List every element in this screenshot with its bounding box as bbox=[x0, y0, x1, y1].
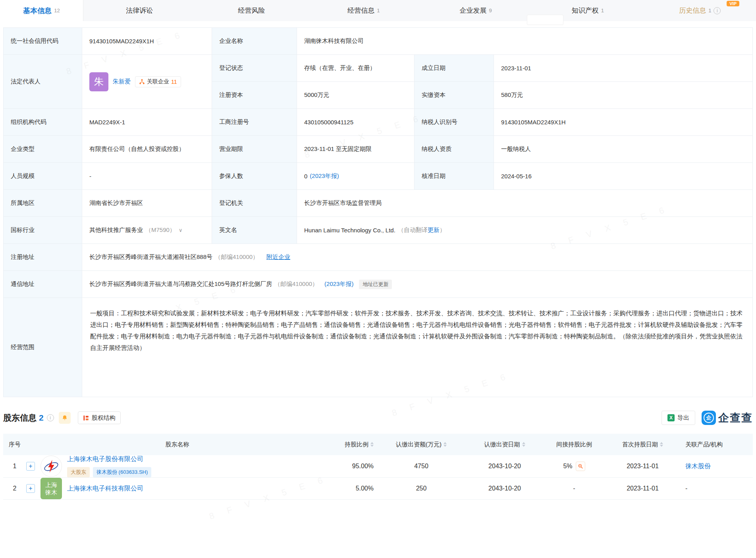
uscc-label: 统一社会信用代码 bbox=[4, 28, 82, 55]
subscribe-bell-button[interactable] bbox=[59, 412, 71, 424]
col-header-ratio: 持股比例 bbox=[314, 434, 374, 455]
company-type-value: 有限责任公司（自然人投资或控股） bbox=[82, 136, 212, 163]
amount-cell: 4750 bbox=[374, 455, 469, 478]
legal-rep-label: 法定代表人 bbox=[4, 55, 82, 109]
reg-address-cell: 长沙市开福区秀峰街道开福大道湘荷社区888号 （邮编410000） 附近企业 bbox=[82, 244, 753, 271]
tab-count: 12 bbox=[54, 8, 60, 14]
tab-label: 知识产权 bbox=[572, 6, 599, 15]
shareholder-row-index: 2 bbox=[3, 478, 26, 500]
shareholders-count: 2 bbox=[39, 413, 44, 423]
paid-capital-label: 实缴资本 bbox=[415, 82, 494, 109]
insured-value: 0 bbox=[304, 173, 307, 180]
lightning-logo-icon bbox=[42, 458, 60, 475]
legal-rep-name-link[interactable]: 朱新爱 bbox=[113, 78, 131, 85]
est-date-label: 成立日期 bbox=[415, 55, 494, 82]
org-code-label: 组织机构代码 bbox=[4, 109, 82, 136]
related-companies-button[interactable]: 关联企业 11 bbox=[135, 76, 181, 87]
shareholder-row-index: 1 bbox=[3, 455, 26, 478]
avatar-text-line1: 上海 bbox=[45, 481, 57, 488]
org-code-value: MAD2249X-1 bbox=[82, 109, 212, 136]
col-header-date: 认缴出资日期 bbox=[469, 434, 540, 455]
comm-address-cell: 长沙市开福区秀峰街道开福大道与冯蔡路交汇处105号路灯杆北侧厂房 （邮编4100… bbox=[82, 271, 753, 298]
equity-structure-button[interactable]: 股权结构 bbox=[78, 411, 121, 424]
sort-icon[interactable] bbox=[522, 442, 525, 447]
tab-label: 历史信息 bbox=[679, 6, 706, 15]
expand-plus-button[interactable]: + bbox=[26, 462, 35, 471]
tab-legal-litigation[interactable]: 法律诉讼 bbox=[83, 0, 195, 21]
reg-capital-label: 注册资本 bbox=[212, 82, 297, 109]
insured-annual-report-link[interactable]: (2023年报) bbox=[310, 172, 339, 180]
expand-cell: + bbox=[26, 455, 40, 478]
reg-no-label: 工商注册号 bbox=[212, 109, 297, 136]
sort-icon[interactable] bbox=[444, 442, 447, 447]
excel-icon: X bbox=[667, 414, 675, 421]
col-header-amount-label: 认缴出资额(万元) bbox=[396, 441, 442, 448]
tab-operating-info[interactable]: 经营信息 1 bbox=[308, 0, 420, 21]
bell-icon bbox=[62, 415, 68, 421]
tab-company-development[interactable]: 企业发展 9 bbox=[420, 0, 532, 21]
ratio-cell: 95.00% bbox=[314, 455, 374, 478]
company-name-value: 湖南徕木科技有限公司 bbox=[297, 28, 753, 55]
info-icon[interactable]: i bbox=[714, 7, 721, 14]
shareholder-name-link[interactable]: 上海徕木电子科技有限公司 bbox=[67, 485, 143, 493]
address-updated-badge: 地址已更新 bbox=[359, 280, 392, 289]
company-type-label: 企业类型 bbox=[4, 136, 82, 163]
shareholders-header: 股东信息 2 i 股权结构 X 导出 企 企查查 bbox=[3, 411, 753, 425]
tab-operating-risk[interactable]: 经营风险 bbox=[195, 0, 307, 21]
tab-basic-info[interactable]: 基本信息 12 bbox=[0, 0, 83, 21]
related-product-link[interactable]: 徕木股份 bbox=[685, 462, 711, 471]
reg-capital-value: 5000万元 bbox=[297, 82, 415, 109]
region-label: 所属地区 bbox=[4, 190, 82, 217]
related-product-cell: 徕木股份 bbox=[677, 455, 753, 478]
equity-structure-label: 股权结构 bbox=[92, 414, 116, 422]
reg-status-value: 存续（在营、开业、在册） bbox=[297, 55, 415, 82]
tab-history-info[interactable]: VIP 历史信息 1 i bbox=[644, 0, 756, 21]
company-profile-page: 8 F V X 5 E 6 8 F V X 5 E 6 8 F V X 5 E … bbox=[0, 0, 756, 558]
equity-penetration-icon[interactable] bbox=[576, 461, 585, 471]
reg-address-label: 注册地址 bbox=[4, 244, 82, 271]
col-header-index: 序号 bbox=[3, 434, 26, 455]
related-companies-label: 关联企业 bbox=[147, 78, 169, 85]
floating-box bbox=[527, 15, 563, 25]
info-icon[interactable]: i bbox=[47, 414, 54, 421]
comm-annual-report-link[interactable]: (2023年报) bbox=[324, 280, 353, 288]
export-button[interactable]: X 导出 bbox=[662, 411, 695, 425]
staff-size-value: - bbox=[82, 163, 212, 190]
taxpayer-id-value: 91430105MAD2249X1H bbox=[494, 109, 753, 136]
translate-update-link[interactable]: 更新 bbox=[428, 226, 440, 234]
col-header-related: 关联产品/机构 bbox=[677, 434, 753, 455]
stock-code-badge[interactable]: 徕木股份 (603633.SH) bbox=[93, 467, 151, 477]
qichacha-logo-glyph: 企 bbox=[704, 413, 714, 423]
legal-rep-cell: 朱 朱新爱 关联企业 11 bbox=[82, 55, 212, 109]
reg-address-zip: （邮编410000） bbox=[215, 253, 258, 261]
sort-icon[interactable] bbox=[660, 442, 663, 447]
industry-label: 国标行业 bbox=[4, 217, 82, 244]
reg-address-value: 长沙市开福区秀峰街道开福大道湘荷社区888号 bbox=[89, 253, 212, 261]
tab-count: 1 bbox=[708, 8, 711, 14]
org-chart-icon bbox=[83, 415, 89, 421]
org-network-icon bbox=[139, 79, 145, 85]
comm-address-value: 长沙市开福区秀峰街道开福大道与冯蔡路交汇处105号路灯杆北侧厂房 bbox=[89, 280, 272, 288]
company-name-label: 企业名称 bbox=[212, 28, 297, 55]
english-name-label: 英文名 bbox=[212, 217, 297, 244]
subscribe-date-cell: 2043-10-20 bbox=[469, 478, 540, 500]
taxpayer-id-label: 纳税人识别号 bbox=[415, 109, 494, 136]
tab-label: 经营风险 bbox=[238, 6, 265, 15]
legal-rep-avatar[interactable]: 朱 bbox=[89, 72, 108, 91]
indirect-ratio-value: 5% bbox=[563, 463, 572, 470]
col-header-date-label: 认缴出资日期 bbox=[484, 441, 520, 448]
tab-count: 1 bbox=[601, 8, 604, 14]
shareholder-name-link[interactable]: 上海徕木电子股份有限公司 bbox=[67, 455, 151, 463]
expand-plus-button[interactable]: + bbox=[26, 484, 35, 493]
sort-icon[interactable] bbox=[370, 442, 374, 447]
related-companies-count: 11 bbox=[171, 79, 177, 85]
qichacha-logo-text: 企查查 bbox=[718, 411, 753, 425]
col-header-name: 股东名称 bbox=[40, 434, 314, 455]
col-header-indirect: 间接持股比例 bbox=[540, 434, 608, 455]
region-value: 湖南省长沙市开福区 bbox=[82, 190, 212, 217]
reg-status-label: 登记状态 bbox=[212, 55, 297, 82]
amount-cell: 250 bbox=[374, 478, 469, 500]
nearby-companies-link[interactable]: 附近企业 bbox=[266, 253, 290, 261]
chevron-down-icon[interactable]: ∨ bbox=[179, 227, 183, 233]
subscribe-date-cell: 2043-10-20 bbox=[469, 455, 540, 478]
